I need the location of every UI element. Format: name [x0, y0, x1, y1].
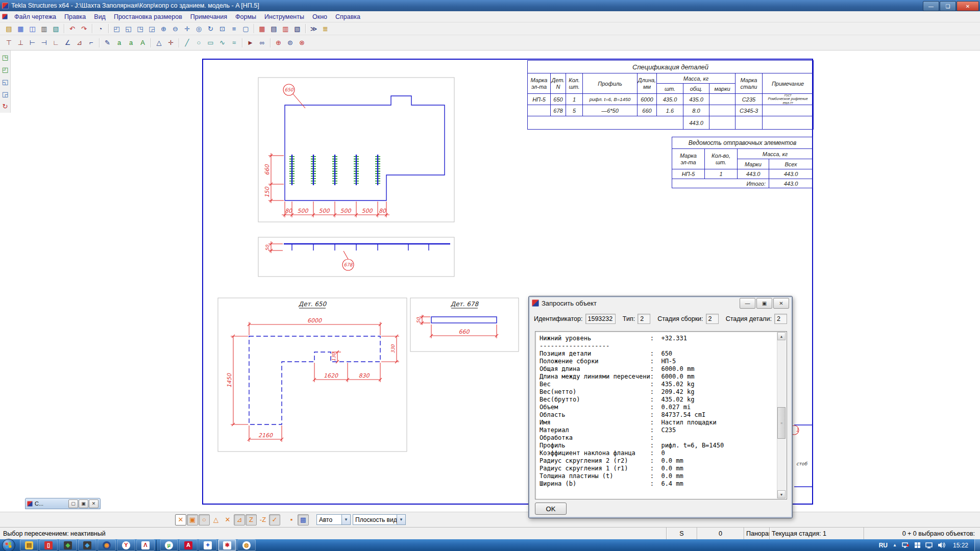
- scroll-down-icon[interactable]: ▼: [777, 490, 786, 498]
- network-icon[interactable]: [902, 542, 910, 549]
- fetch-drawing-icon[interactable]: ◫: [27, 23, 38, 35]
- chevron-down-icon[interactable]: ▼: [341, 515, 350, 524]
- snap-grid-icon[interactable]: ▩: [298, 514, 309, 525]
- update-window-icon[interactable]: ↻: [205, 23, 216, 35]
- listbox-scrollbar[interactable]: ▲ ≡ ▼: [777, 332, 786, 498]
- next-drawing-icon[interactable]: ≫: [308, 23, 320, 35]
- redo-icon[interactable]: ↷: [78, 23, 90, 35]
- snap-nearest-icon[interactable]: -Z: [257, 514, 268, 525]
- show-desktop-button[interactable]: [974, 539, 980, 551]
- chevron-down-icon[interactable]: ▼: [397, 515, 405, 524]
- assoc-mark-icon[interactable]: ⊗: [296, 37, 308, 48]
- snapshot-icon[interactable]: ▧: [50, 23, 62, 35]
- start-button[interactable]: [2, 539, 15, 551]
- fit-work-area-icon[interactable]: ◱: [122, 23, 134, 35]
- vertical-dimension-icon[interactable]: ⊥: [15, 37, 27, 48]
- dialog-maximize-button[interactable]: ▣: [756, 298, 772, 309]
- dialog-minimize-button[interactable]: —: [740, 298, 755, 309]
- volume-icon[interactable]: [938, 542, 945, 548]
- minimize-button[interactable]: —: [923, 1, 939, 11]
- work-plane-combo[interactable]: Плоскость вида ▼: [353, 514, 406, 525]
- menu-item-8[interactable]: Справка: [331, 12, 364, 21]
- property-listbox[interactable]: Нижний уровень : +32.331----------------…: [535, 331, 787, 499]
- section-view-icon[interactable]: ◱: [0, 77, 11, 88]
- leader-note-icon[interactable]: ✎: [102, 37, 113, 48]
- previous-view-icon[interactable]: ◲: [146, 23, 158, 35]
- tekla-structures-icon[interactable]: ✱: [218, 539, 236, 551]
- display-icon[interactable]: [925, 542, 933, 549]
- snap-mode-combo[interactable]: Авто ▼: [316, 514, 351, 525]
- pan-icon[interactable]: ✛: [181, 23, 193, 35]
- detail-view-icon[interactable]: ◲: [0, 88, 11, 99]
- snap-reference-icon[interactable]: ▪: [286, 514, 297, 525]
- red-doc-app-icon[interactable]: ▯: [39, 539, 58, 551]
- grid-icon[interactable]: ▦: [256, 23, 268, 35]
- menu-item-0[interactable]: Файл чертежа: [10, 12, 60, 21]
- explorer-icon[interactable]: ▤: [20, 539, 38, 551]
- menu-item-4[interactable]: Примечания: [186, 12, 231, 21]
- action-center-icon[interactable]: [914, 542, 921, 548]
- ruler-icon[interactable]: ▥: [280, 23, 291, 35]
- full-view-icon[interactable]: ◳: [0, 52, 11, 63]
- draw-cloud-icon[interactable]: ≈: [228, 37, 240, 48]
- menu-item-7[interactable]: Окно: [308, 12, 331, 21]
- snap-midpoints-icon[interactable]: △: [210, 514, 222, 525]
- clock[interactable]: 15:22: [953, 542, 968, 549]
- snap-lines-icon[interactable]: Z: [246, 514, 257, 525]
- undo-icon[interactable]: ↶: [66, 23, 78, 35]
- snap-corners-icon[interactable]: ⊿: [234, 514, 245, 525]
- grid-snap-icon[interactable]: ▤: [268, 23, 280, 35]
- draw-circle-icon[interactable]: ○: [193, 37, 205, 48]
- open-drawing-icon[interactable]: ▤: [3, 23, 15, 35]
- link-icon[interactable]: ∞: [256, 37, 268, 48]
- dialog-close-button[interactable]: ✕: [773, 298, 789, 309]
- menu-item-2[interactable]: Вид: [90, 12, 110, 21]
- identifier-field[interactable]: 1593232: [585, 314, 616, 324]
- part-phase-field[interactable]: 2: [774, 314, 787, 324]
- tekla-drawing-icon[interactable]: ◆: [78, 539, 96, 551]
- aimp-icon[interactable]: A: [179, 539, 198, 551]
- type-field[interactable]: 2: [638, 314, 650, 324]
- level-mark-icon[interactable]: ✛: [165, 37, 177, 48]
- utorrent-icon[interactable]: µ: [160, 539, 178, 551]
- perpendicular-dimension-icon[interactable]: ⊢: [27, 37, 38, 48]
- horizontal-dimension-icon[interactable]: ⊤: [3, 37, 15, 48]
- menu-item-6[interactable]: Инструменты: [260, 12, 308, 21]
- dialog-title-bar[interactable]: Запросить объект — ▣ ✕: [529, 296, 792, 310]
- center-view-icon[interactable]: ◎: [193, 23, 205, 35]
- tekla-model-icon[interactable]: ◆: [59, 539, 77, 551]
- mini-close-icon[interactable]: ✕: [89, 499, 99, 508]
- symbol-icon[interactable]: ►: [244, 37, 256, 48]
- zoom-original-icon[interactable]: ◳: [134, 23, 146, 35]
- redraw-view-icon[interactable]: ⊡: [216, 23, 228, 35]
- firefox-icon[interactable]: ◉: [97, 539, 116, 551]
- draw-polyline-icon[interactable]: ∿: [216, 37, 228, 48]
- update-marks-icon[interactable]: ↻: [0, 101, 11, 112]
- menu-item-3[interactable]: Простановка размеров: [110, 12, 186, 21]
- zoom-out-icon[interactable]: ⊖: [169, 23, 181, 35]
- paint-app-icon[interactable]: ◍: [237, 539, 256, 551]
- drawing-list-icon[interactable]: ≣: [320, 23, 331, 35]
- language-indicator[interactable]: RU: [879, 542, 888, 549]
- chain-dimension-icon[interactable]: ⌐: [85, 37, 97, 48]
- part-view-icon[interactable]: ◰: [0, 64, 11, 76]
- restore-button[interactable]: ❏: [940, 1, 956, 11]
- scroll-up-icon[interactable]: ▲: [777, 332, 786, 340]
- yandex-browser-icon[interactable]: Y: [117, 539, 135, 551]
- close-button[interactable]: ✕: [957, 1, 979, 11]
- minimized-window[interactable]: С... ▢ ▣ ✕: [25, 498, 101, 509]
- text-large-icon[interactable]: A: [137, 37, 149, 48]
- snap-free-icon[interactable]: ✕: [175, 514, 186, 525]
- text-small-icon[interactable]: a: [113, 37, 125, 48]
- arc-dimension-icon[interactable]: ∠: [62, 37, 74, 48]
- parallel-dimension-icon[interactable]: ⊣: [38, 37, 50, 48]
- layout-icon[interactable]: ▧: [291, 23, 303, 35]
- drawing-canvas[interactable]: [0, 51, 980, 512]
- assoc-note-icon[interactable]: ⊕: [273, 37, 284, 48]
- menu-item-1[interactable]: Правка: [60, 12, 90, 21]
- zoom-in-icon[interactable]: ⊕: [158, 23, 169, 35]
- save-drawing-icon[interactable]: ▦: [15, 23, 27, 35]
- scrollbar-thumb[interactable]: ≡: [777, 407, 786, 439]
- assoc-symbol-icon[interactable]: ⊜: [284, 37, 296, 48]
- snap-centers-icon[interactable]: ○: [199, 514, 210, 525]
